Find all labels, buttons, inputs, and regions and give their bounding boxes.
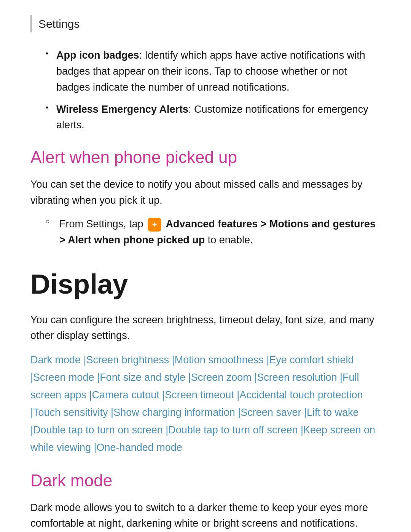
link-show-charging[interactable]: Show charging information bbox=[113, 407, 235, 418]
list-item: Wireless Emergency Alerts: Customize not… bbox=[46, 102, 381, 134]
link-one-handed[interactable]: One-handed mode bbox=[97, 442, 182, 453]
link-camera-cutout[interactable]: Camera cutout bbox=[92, 389, 159, 401]
link-screen-brightness[interactable]: Screen brightness bbox=[86, 354, 169, 366]
link-dark-mode[interactable]: Dark mode bbox=[30, 354, 81, 366]
link-screen-resolution[interactable]: Screen resolution bbox=[257, 372, 337, 383]
alert-section-heading: Alert when phone picked up bbox=[30, 145, 381, 170]
page-title: Settings bbox=[38, 18, 80, 30]
alert-nav-path: Advanced features > Motions and gestures… bbox=[59, 218, 376, 246]
link-motion-smoothness[interactable]: Motion smoothness bbox=[175, 354, 264, 366]
alert-circle-list: From Settings, tap Advanced features > M… bbox=[46, 216, 381, 248]
link-screen-zoom[interactable]: Screen zoom bbox=[191, 372, 252, 383]
link-screen-saver[interactable]: Screen saver bbox=[241, 407, 301, 418]
link-lift-to-wake[interactable]: Lift to wake bbox=[307, 407, 359, 418]
display-body-text: You can configure the screen brightness,… bbox=[30, 312, 381, 344]
header-bar: Settings bbox=[30, 15, 381, 32]
page: Settings App icon badges: Identify which… bbox=[0, 0, 411, 532]
link-accidental-touch[interactable]: Accidental touch protection bbox=[239, 389, 363, 401]
link-double-tap-on[interactable]: Double tap to turn on screen bbox=[33, 424, 163, 436]
settings-icon bbox=[148, 218, 161, 232]
display-section-heading: Display bbox=[30, 264, 381, 305]
link-screen-mode[interactable]: Screen mode bbox=[33, 372, 94, 383]
list-item: From Settings, tap Advanced features > M… bbox=[46, 216, 381, 248]
top-bullet-list: App icon badges: Identify which apps hav… bbox=[46, 48, 381, 133]
dark-mode-section-heading: Dark mode bbox=[30, 468, 381, 493]
dark-mode-body-text: Dark mode allows you to switch to a dark… bbox=[30, 500, 381, 532]
link-font-size[interactable]: Font size and style bbox=[100, 372, 185, 383]
bullet-label-2: Wireless Emergency Alerts bbox=[56, 104, 188, 115]
list-item: App icon badges: Identify which apps hav… bbox=[46, 48, 381, 96]
link-touch-sensitivity[interactable]: Touch sensitivity bbox=[33, 407, 108, 418]
display-links-block: Dark mode |Screen brightness |Motion smo… bbox=[30, 351, 381, 456]
link-eye-comfort-shield[interactable]: Eye comfort shield bbox=[269, 354, 354, 366]
bullet-label-1: App icon badges bbox=[56, 50, 139, 61]
alert-body-text: You can set the device to notify you abo… bbox=[30, 177, 381, 209]
link-double-tap-off[interactable]: Double tap to turn off screen bbox=[168, 424, 298, 436]
link-screen-timeout[interactable]: Screen timeout bbox=[165, 389, 234, 401]
